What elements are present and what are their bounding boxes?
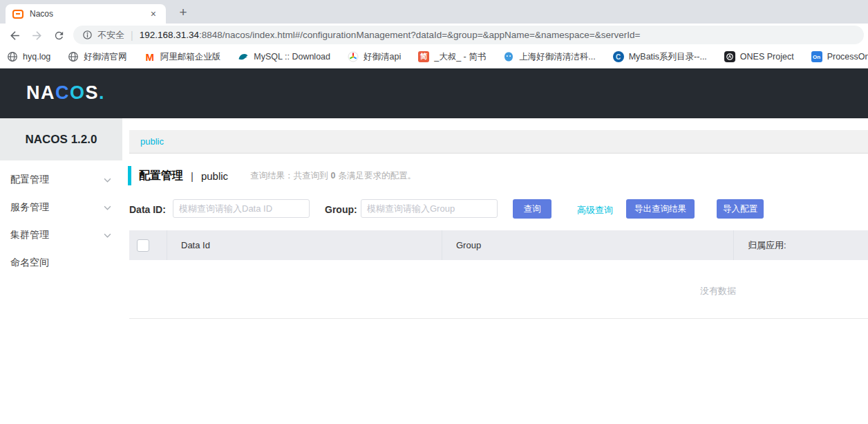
data-id-label: Data ID: [129, 204, 166, 215]
bookmarks-bar: hyq.log 好御清官网 M 阿里邮箱企业版 MySQL :: Downloa… [0, 46, 868, 68]
url-text[interactable]: 192.168.31.34:8848/nacos/index.html#/con… [140, 30, 641, 40]
bookmark-mysql[interactable]: MySQL :: Download [238, 51, 330, 62]
reload-icon[interactable] [50, 28, 67, 43]
bookmark-label: 阿里邮箱企业版 [160, 51, 221, 63]
bookmark-label: 好御清api [364, 51, 401, 63]
export-results-button[interactable]: 导出查询结果 [626, 199, 695, 219]
bookmark-ones[interactable]: ONES Project [724, 51, 794, 62]
sidebar-item-namespace[interactable]: 命名空间 [0, 249, 122, 277]
empty-state-text: 没有数据 [700, 285, 736, 297]
sidebar-item-label: 服务管理 [10, 201, 49, 214]
globe-icon [68, 51, 79, 62]
query-result-count: 0 [331, 171, 336, 181]
select-all-checkbox[interactable] [137, 239, 149, 252]
config-table-body: 没有数据 [129, 260, 868, 319]
bookmark-shanghai-haoyuqing[interactable]: 上海好御清清洁科... [503, 51, 595, 63]
bookmark-label: 上海好御清清洁科... [519, 51, 595, 63]
group-label: Group: [325, 204, 357, 215]
bookmark-jianshu[interactable]: 简 _大叔_ - 简书 [418, 51, 486, 63]
sidebar-version: NACOS 1.2.0 [0, 118, 122, 160]
sidebar-item-label: 配置管理 [10, 174, 49, 186]
bookmark-label: hyq.log [23, 52, 50, 62]
url-path: :8848/nacos/index.html#/configurationMan… [199, 30, 640, 40]
chevron-down-icon [104, 233, 111, 238]
page-title: 配置管理 [139, 169, 183, 183]
security-label: 不安全 [97, 29, 124, 42]
bookmark-label: MySQL :: Download [254, 52, 330, 62]
sidebar-item-service-management[interactable]: 服务管理 [0, 194, 122, 221]
browser-tab-nacos[interactable]: Nacos × [6, 4, 166, 24]
sidebar-item-cluster-management[interactable]: 集群管理 [0, 221, 122, 249]
nacos-favicon-icon [12, 10, 23, 19]
header-checkbox-cell [129, 230, 167, 260]
back-icon[interactable] [6, 28, 23, 43]
forward-icon[interactable] [28, 28, 45, 43]
yapi-icon [348, 51, 359, 62]
logo-na: NA [26, 82, 55, 103]
header-data-id: Data Id [167, 230, 442, 260]
namespace-tab-public[interactable]: public [140, 136, 164, 147]
browser-tab-strip: Nacos × + [0, 0, 868, 24]
sidebar-menu: 配置管理 服务管理 集群管理 命名空间 [0, 160, 122, 277]
mail-m-icon: M [144, 51, 155, 62]
bookmark-alimail[interactable]: M 阿里邮箱企业版 [144, 51, 221, 63]
group-input[interactable] [361, 199, 498, 218]
query-button[interactable]: 查询 [513, 199, 551, 219]
chevron-down-icon [104, 178, 111, 183]
info-icon[interactable] [82, 30, 93, 40]
chevron-down-icon [104, 205, 111, 210]
processon-icon: On [811, 51, 822, 62]
logo-dot: . [99, 82, 105, 103]
bookmark-label: _大叔_ - 简书 [434, 51, 486, 63]
query-result-suffix: 条满足要求的配置。 [339, 171, 417, 181]
bookmark-label: ProcessOn - 我的... [827, 51, 868, 63]
logo-o: O [70, 82, 86, 103]
address-bar[interactable]: 不安全 | 192.168.31.34:8848/nacos/index.htm… [73, 26, 864, 44]
page-heading: 配置管理 | public 查询结果：共查询到0条满足要求的配置。 [128, 165, 416, 186]
namespace-bar: public [129, 130, 868, 154]
screen: Nacos × + 不安全 | 192.168.31.34:8848/nacos… [0, 0, 868, 424]
mysql-dolphin-icon [238, 51, 249, 62]
bookmark-processon[interactable]: On ProcessOn - 我的... [811, 51, 868, 63]
address-divider: | [131, 30, 133, 41]
url-host: 192.168.31.34 [140, 30, 199, 40]
header-group: Group [442, 230, 734, 260]
bookmark-label: ONES Project [740, 52, 794, 62]
bookmark-mybatis[interactable]: C MyBatis系列目录--... [613, 51, 707, 63]
config-table-header: Data Id Group 归属应用: [129, 230, 868, 260]
import-config-button[interactable]: 导入配置 [717, 199, 764, 219]
logo-c: C [55, 82, 70, 103]
bookmark-label: 好御清官网 [84, 51, 127, 63]
tab-close-icon[interactable]: × [148, 8, 159, 20]
heading-separator: | [191, 170, 194, 182]
advanced-query-link[interactable]: 高级查询 [577, 204, 613, 216]
query-result-text: 查询结果：共查询到0条满足要求的配置。 [250, 170, 416, 182]
globe-icon [7, 51, 18, 62]
browser-toolbar: 不安全 | 192.168.31.34:8848/nacos/index.htm… [0, 24, 868, 46]
nacos-logo: NACOS. [26, 82, 105, 104]
bookmark-label: MyBatis系列目录--... [629, 51, 707, 63]
bookmark-yapi[interactable]: 好御清api [348, 51, 401, 63]
tab-title: Nacos [30, 9, 53, 19]
nacos-header: NACOS. [0, 68, 868, 118]
new-tab-button[interactable]: + [174, 3, 192, 21]
data-id-input[interactable] [173, 199, 310, 218]
jianshu-icon: 简 [418, 51, 429, 62]
monster-icon [503, 51, 514, 62]
sidebar-item-label: 集群管理 [10, 229, 49, 241]
heading-accent-bar [128, 166, 131, 185]
heading-namespace: public [201, 170, 228, 182]
query-result-prefix: 查询结果：共查询到 [250, 171, 328, 181]
bookmark-hyqlog[interactable]: hyq.log [7, 51, 50, 62]
blue-c-icon: C [613, 51, 624, 62]
bookmark-haoyuqing-site[interactable]: 好御清官网 [68, 51, 127, 63]
header-owning-app: 归属应用: [734, 230, 868, 260]
logo-s: S [86, 82, 100, 103]
sidebar-item-label: 命名空间 [10, 257, 49, 269]
sidebar: NACOS 1.2.0 配置管理 服务管理 集群管理 命名空间 [0, 118, 122, 424]
sidebar-item-config-management[interactable]: 配置管理 [0, 166, 122, 194]
ones-icon [724, 51, 735, 62]
